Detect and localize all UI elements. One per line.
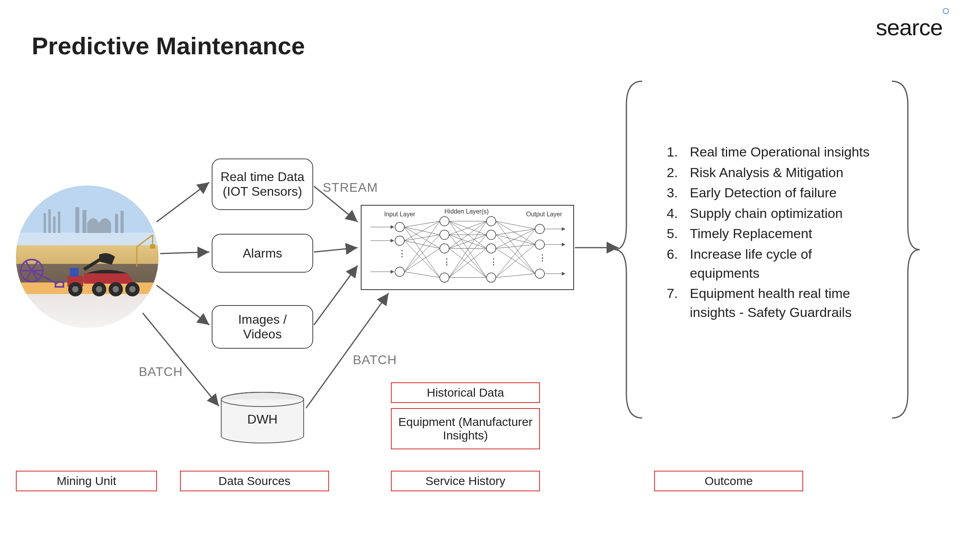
svg-line-106 — [157, 285, 209, 325]
svg-line-96 — [496, 244, 535, 277]
outcome-item: 2.Risk Analysis & Mitigation — [654, 163, 876, 182]
svg-line-110 — [314, 265, 358, 325]
batch-label-1: BATCH — [139, 365, 183, 379]
svg-line-66 — [404, 221, 440, 272]
svg-marker-57 — [391, 270, 394, 273]
svg-line-111 — [306, 293, 389, 408]
svg-marker-99 — [562, 227, 565, 231]
svg-marker-55 — [391, 239, 394, 242]
svg-marker-101 — [562, 243, 565, 246]
svg-point-43 — [486, 216, 496, 226]
svg-point-46 — [486, 273, 496, 283]
redbox-service-history: Service History — [391, 471, 540, 491]
svg-rect-11 — [151, 245, 155, 248]
svg-point-30 — [129, 286, 136, 292]
svg-text:⋮: ⋮ — [538, 253, 547, 263]
svg-point-38 — [440, 216, 449, 226]
svg-point-44 — [486, 230, 496, 240]
svg-marker-103 — [562, 272, 565, 275]
brand-dot-icon: ○ — [942, 3, 949, 18]
stream-label: STREAM — [323, 180, 378, 195]
outcome-item: 3.Early Detection of failure — [654, 183, 876, 202]
svg-line-14 — [32, 262, 38, 271]
outcome-item: 6.Increase life cycle of equipments — [654, 245, 876, 283]
outcome-item: 1.Real time Operational insights — [654, 143, 876, 162]
svg-line-64 — [404, 241, 440, 248]
page-title: Predictive Maintenance — [32, 32, 305, 60]
data-source-iot: Real time Data (IOT Sensors) — [212, 158, 313, 210]
svg-rect-0 — [44, 213, 46, 233]
outcome-item: 5.Timely Replacement — [654, 224, 876, 243]
svg-point-49 — [535, 240, 545, 249]
neural-network-diagram: Input Layer Hidden Layer(s) Output Layer… — [361, 205, 574, 290]
svg-point-41 — [440, 273, 449, 283]
svg-text:⋮: ⋮ — [489, 257, 498, 267]
svg-line-97 — [496, 274, 535, 278]
svg-rect-6 — [115, 214, 118, 233]
svg-point-40 — [440, 244, 449, 253]
outcome-item: 4.Supply chain optimization — [654, 204, 876, 223]
svg-rect-4 — [75, 207, 79, 233]
right-curly-bracket-icon — [892, 81, 912, 418]
data-source-alarms: Alarms — [212, 234, 313, 273]
batch-label-2: BATCH — [353, 353, 397, 367]
left-curly-bracket-icon — [622, 81, 642, 418]
svg-line-93 — [496, 244, 535, 248]
svg-point-34 — [395, 222, 404, 232]
svg-rect-22 — [70, 268, 78, 277]
brand-logo: searce○ — [876, 14, 950, 40]
outcome-item: 7.Equipment health real time insights - … — [654, 284, 876, 322]
svg-rect-20 — [56, 282, 63, 287]
svg-text:⋮: ⋮ — [442, 257, 451, 267]
svg-rect-2 — [53, 216, 56, 233]
nn-output-label: Output Layer — [526, 211, 562, 218]
svg-line-68 — [404, 248, 440, 272]
svg-point-35 — [395, 236, 404, 246]
svg-point-28 — [113, 286, 119, 292]
svg-line-61 — [404, 227, 440, 278]
svg-line-86 — [496, 221, 535, 229]
mining-svg-icon — [16, 185, 159, 328]
redbox-data-sources: Data Sources — [180, 471, 329, 491]
data-source-images: Images / Videos — [212, 305, 313, 349]
dwh-label: DWH — [220, 412, 305, 427]
redbox-historical-data: Historical Data — [391, 382, 540, 403]
nn-hidden-label: Hidden Layer(s) — [444, 208, 489, 215]
svg-point-48 — [535, 224, 545, 234]
svg-line-87 — [496, 221, 535, 244]
svg-rect-1 — [48, 209, 51, 233]
svg-point-26 — [96, 286, 102, 292]
svg-line-109 — [314, 248, 358, 252]
svg-line-105 — [160, 252, 209, 254]
svg-point-24 — [72, 286, 78, 292]
svg-line-17 — [26, 271, 32, 280]
mining-unit-illustration — [16, 185, 159, 328]
svg-rect-5 — [82, 210, 86, 233]
brand-text: searce — [876, 14, 942, 40]
svg-line-104 — [157, 182, 209, 222]
svg-line-69 — [404, 272, 440, 278]
svg-point-36 — [395, 267, 404, 277]
redbox-equipment-mfr: Equipment (Manufacturer Insights) — [391, 408, 540, 449]
svg-rect-7 — [121, 211, 124, 233]
svg-point-50 — [535, 269, 545, 279]
svg-rect-3 — [58, 212, 60, 233]
svg-marker-53 — [391, 225, 394, 229]
svg-line-88 — [496, 221, 535, 273]
svg-point-45 — [486, 244, 496, 253]
svg-line-91 — [496, 235, 535, 274]
outcome-list: 1.Real time Operational insights 2.Risk … — [654, 143, 876, 323]
svg-text:⋮: ⋮ — [398, 248, 406, 258]
svg-point-39 — [440, 230, 449, 240]
svg-line-107 — [143, 313, 219, 406]
nn-input-label: Input Layer — [384, 211, 415, 218]
svg-line-67 — [404, 235, 440, 272]
redbox-mining-unit: Mining Unit — [16, 471, 157, 491]
svg-line-13 — [26, 262, 32, 271]
redbox-outcome: Outcome — [654, 471, 803, 491]
